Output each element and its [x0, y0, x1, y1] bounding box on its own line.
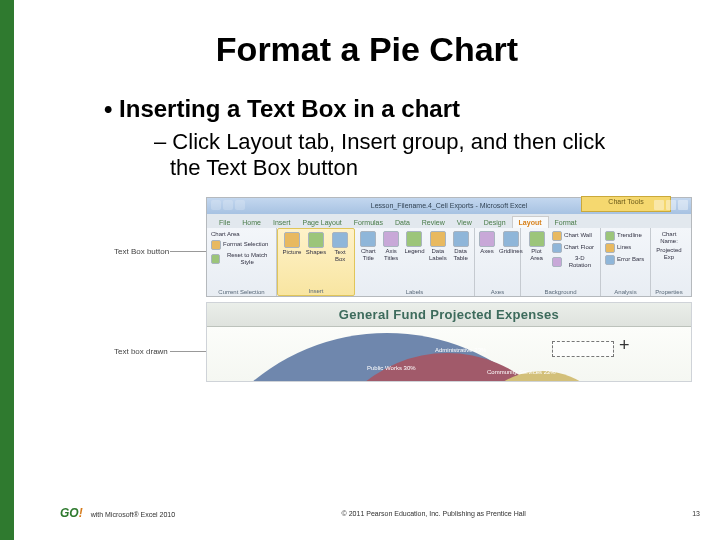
window-controls	[654, 200, 688, 210]
tab-review[interactable]: Review	[416, 217, 451, 228]
chart-wall-icon[interactable]	[552, 231, 562, 241]
group-labels: Chart Title Axis Titles Legend Data Labe…	[355, 228, 475, 296]
group-background: Plot Area Chart Wall Chart Floor 3-D Rot…	[521, 228, 601, 296]
callout-textbox-drawn: Text box drawn	[114, 347, 168, 356]
error-bars-icon[interactable]	[605, 255, 615, 265]
gridlines-button[interactable]: Gridlines	[499, 231, 523, 255]
data-labels-icon	[430, 231, 446, 247]
chart-floor-icon[interactable]	[552, 243, 562, 253]
group-properties: Chart Name: Projected Exp Properties	[651, 228, 687, 296]
qat-redo-icon[interactable]	[235, 200, 245, 210]
go-logo: GO!	[60, 506, 83, 520]
slide-title: Format a Pie Chart	[54, 30, 680, 69]
text-box-icon	[332, 232, 348, 248]
footer-left: GO! with Microsoft® Excel 2010	[60, 506, 175, 520]
minimize-icon[interactable]	[654, 200, 664, 210]
tab-format[interactable]: Format	[549, 217, 583, 228]
trendline-icon[interactable]	[605, 231, 615, 241]
window-title-bar: Lesson_Filename.4_Cell Exports - Microso…	[207, 198, 691, 214]
group-axes: Axes Gridlines Axes	[475, 228, 521, 296]
chart-title-button[interactable]: Chart Title	[359, 231, 378, 262]
plot-area-icon	[529, 231, 545, 247]
group-insert: Picture Shapes Text Box Insert	[277, 228, 355, 296]
tab-file[interactable]: File	[213, 217, 236, 228]
chart-name-field[interactable]: Projected Exp	[655, 247, 683, 261]
tab-home[interactable]: Home	[236, 217, 267, 228]
close-icon[interactable]	[678, 200, 688, 210]
group-analysis: Trendline Lines Error Bars Analysis	[601, 228, 651, 296]
cursor-crosshair-icon: +	[619, 335, 630, 356]
tab-layout[interactable]: Layout	[512, 216, 549, 228]
chart-preview: General Fund Projected Expenses Public W…	[206, 302, 692, 382]
slide-footer: GO! with Microsoft® Excel 2010 © 2011 Pe…	[60, 506, 700, 520]
excel-ribbon: Lesson_Filename.4_Cell Exports - Microso…	[206, 197, 692, 297]
data-table-button[interactable]: Data Table	[451, 231, 470, 262]
data-label: Community Services 22%	[487, 369, 556, 376]
slide-content: Format a Pie Chart Inserting a Text Box …	[14, 0, 720, 540]
chart-title-icon	[360, 231, 376, 247]
slide-number: 13	[692, 510, 700, 517]
tab-formulas[interactable]: Formulas	[348, 217, 389, 228]
text-box-button[interactable]: Text Box	[330, 232, 350, 263]
tab-view[interactable]: View	[451, 217, 478, 228]
tab-insert[interactable]: Insert	[267, 217, 297, 228]
axis-titles-button[interactable]: Axis Titles	[382, 231, 401, 262]
chart-body: Public Works 30% Administrative 23% Comm…	[207, 327, 691, 381]
axes-button[interactable]: Axes	[479, 231, 495, 255]
ribbon-body: Chart Area Format Selection Reset to Mat…	[207, 228, 691, 296]
qat-undo-icon[interactable]	[223, 200, 233, 210]
data-label: Public Works 30%	[367, 365, 416, 372]
shapes-button[interactable]: Shapes	[306, 232, 326, 256]
axis-titles-icon	[383, 231, 399, 247]
bullet-level-2: Click Layout tab, Insert group, and then…	[154, 129, 640, 181]
qat-save-icon[interactable]	[211, 200, 221, 210]
reset-match-style-icon[interactable]	[211, 254, 220, 264]
window-title: Lesson_Filename.4_Cell Exports - Microso…	[371, 202, 527, 209]
chart-area-selector[interactable]: Chart Area	[211, 231, 240, 238]
maximize-icon[interactable]	[666, 200, 676, 210]
lines-icon[interactable]	[605, 243, 615, 253]
legend-icon	[406, 231, 422, 247]
ribbon-tabs: File Home Insert Page Layout Formulas Da…	[207, 214, 691, 228]
chart-title-bar: General Fund Projected Expenses	[207, 303, 691, 327]
data-table-icon	[453, 231, 469, 247]
tab-page-layout[interactable]: Page Layout	[296, 217, 347, 228]
drawn-text-box[interactable]	[552, 341, 614, 357]
axes-icon	[479, 231, 495, 247]
footer-copyright: © 2011 Pearson Education, Inc. Publishin…	[175, 510, 692, 517]
data-labels-button[interactable]: Data Labels	[429, 231, 448, 262]
chart-title: General Fund Projected Expenses	[339, 307, 559, 322]
tab-design[interactable]: Design	[478, 217, 512, 228]
plot-area-button[interactable]: Plot Area	[525, 231, 548, 262]
gridlines-icon	[503, 231, 519, 247]
picture-icon	[284, 232, 300, 248]
bullet-level-1: Inserting a Text Box in a chart	[104, 95, 680, 123]
legend-button[interactable]: Legend	[404, 231, 424, 255]
quick-access-toolbar	[211, 200, 245, 210]
data-label: Administrative 23%	[435, 347, 486, 354]
embedded-screenshot: Text Box button Text box drawn Lesson_Fi…	[114, 197, 694, 387]
tab-data[interactable]: Data	[389, 217, 416, 228]
picture-button[interactable]: Picture	[282, 232, 302, 256]
format-selection-icon[interactable]	[211, 240, 221, 250]
group-current-selection: Chart Area Format Selection Reset to Mat…	[207, 228, 277, 296]
callout-textbox-button: Text Box button	[114, 247, 169, 256]
shapes-icon	[308, 232, 324, 248]
three-d-rotation-icon[interactable]	[552, 257, 562, 267]
green-side-bar	[0, 0, 14, 540]
